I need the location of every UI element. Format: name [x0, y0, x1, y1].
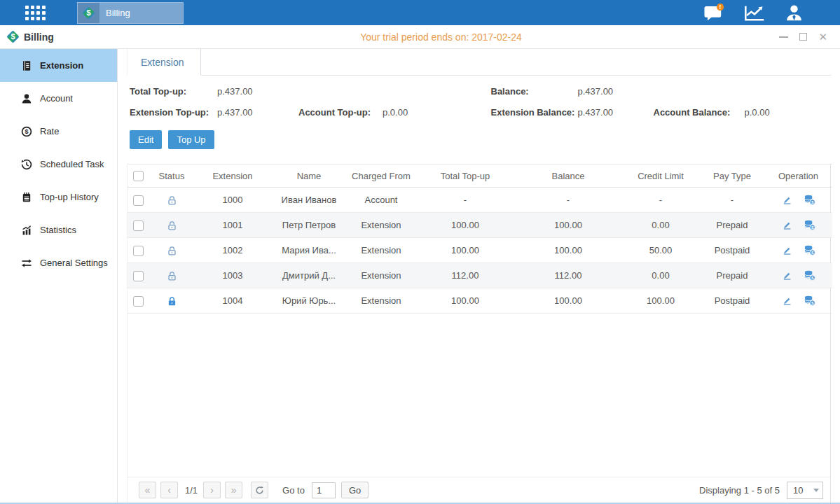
edit-row-icon[interactable] [782, 195, 792, 205]
cell-balance: 100.00 [515, 238, 621, 263]
notifications-icon[interactable]: ! [703, 4, 724, 22]
extension-grid: Status Extension Name Charged From Total… [127, 164, 831, 503]
close-button[interactable]: ✕ [818, 33, 827, 41]
cell-charged-from: Extension [347, 238, 415, 263]
last-page-button[interactable]: » [225, 482, 242, 498]
edit-row-icon[interactable] [782, 295, 792, 306]
displaying-info: Displaying 1 - 5 of 5 [699, 485, 780, 496]
window-header: $ Billing Your trial period ends on: 201… [0, 25, 840, 49]
minimize-button[interactable] [779, 36, 788, 38]
cell-name: Юрий Юрь... [271, 288, 347, 314]
cell-name: Дмитрий Д... [271, 263, 347, 288]
statistics-chart-icon[interactable] [744, 4, 765, 22]
toolbar: Edit Top Up [127, 130, 831, 149]
cell-balance: 112.00 [515, 263, 621, 288]
extension-balance-label: Extension Balance: [488, 107, 578, 118]
window-controls: ✕ [764, 33, 827, 41]
topup-row-icon[interactable]: $ [804, 245, 815, 255]
sidebar-item-statistics[interactable]: Statistics [0, 214, 117, 246]
svg-text:$: $ [811, 300, 813, 305]
topbar-right-icons: ! [703, 4, 804, 22]
table-row[interactable]: 1004 Юрий Юрь... Extension 100.00 100.00… [128, 288, 832, 314]
row-checkbox[interactable] [133, 220, 144, 231]
topup-row-icon[interactable]: $ [804, 220, 815, 230]
go-button[interactable]: Go [341, 482, 369, 498]
prev-page-button[interactable]: ‹ [160, 482, 178, 498]
table-row[interactable]: 1001 Петр Петров Extension 100.00 100.00… [128, 213, 832, 238]
total-topup-value: p.437.00 [217, 86, 253, 97]
statistics-icon [21, 225, 32, 236]
select-all-checkbox[interactable] [133, 171, 144, 181]
status-lock-icon [167, 194, 177, 204]
general-settings-icon [21, 258, 32, 269]
topbar-tab-label: Billing [106, 8, 130, 18]
sidebar-item-extension[interactable]: Extension [0, 49, 117, 82]
row-checkbox[interactable] [133, 296, 144, 307]
tab-strip: Extension [127, 49, 831, 76]
status-lock-icon [167, 244, 177, 255]
window-title: $ Billing [7, 31, 118, 43]
edit-button[interactable]: Edit [130, 130, 162, 149]
row-checkbox[interactable] [133, 195, 144, 206]
topup-button[interactable]: Top Up [168, 130, 214, 149]
maximize-button[interactable] [799, 33, 807, 41]
next-page-button[interactable]: › [203, 482, 221, 498]
billing-logo-icon: $ [7, 31, 19, 43]
tab-extension[interactable]: Extension [127, 49, 201, 76]
sidebar-item-topup-history[interactable]: Top-up History [0, 181, 117, 214]
rate-icon: $ [21, 126, 32, 137]
table-row[interactable]: 1002 Мария Ива... Extension 100.00 100.0… [128, 238, 832, 263]
cell-credit-limit: - [621, 188, 700, 213]
edit-row-icon[interactable] [782, 220, 792, 230]
svg-text:$: $ [25, 128, 28, 135]
apps-grid-icon[interactable] [25, 6, 46, 20]
topbar-tab-billing[interactable]: $ Billing [77, 2, 184, 24]
sidebar-item-rate[interactable]: $ Rate [0, 115, 117, 148]
topup-row-icon[interactable]: $ [804, 295, 815, 306]
cell-extension: 1003 [194, 263, 271, 288]
row-checkbox[interactable] [133, 271, 144, 281]
cell-total-topup: - [415, 188, 515, 213]
topup-history-icon [21, 192, 32, 203]
page-size-select[interactable]: 10 [787, 482, 823, 499]
cell-extension: 1004 [194, 288, 271, 314]
sidebar-item-label: Statistics [40, 225, 76, 235]
scheduled-task-icon [21, 159, 32, 170]
user-account-icon[interactable] [785, 4, 804, 22]
edit-row-icon[interactable] [782, 270, 792, 281]
sidebar-item-general-settings[interactable]: General Settings [0, 246, 117, 279]
account-icon [21, 93, 32, 104]
sidebar-item-scheduled-task[interactable]: Scheduled Task [0, 148, 117, 181]
cell-charged-from: Account [347, 188, 415, 213]
edit-row-icon[interactable] [782, 245, 792, 255]
cell-balance: 100.00 [515, 213, 621, 238]
extension-icon [21, 60, 32, 71]
refresh-icon [255, 486, 264, 495]
topup-row-icon[interactable]: $ [804, 270, 815, 281]
goto-page-input[interactable] [312, 482, 336, 498]
topup-row-icon[interactable]: $ [804, 195, 815, 205]
col-operation: Operation [764, 164, 832, 188]
summary-panel: Total Top-up: p.437.00 Extension Top-up:… [127, 86, 831, 118]
balance-label: Balance: [488, 86, 578, 97]
col-credit-limit: Credit Limit [621, 164, 700, 188]
cell-charged-from: Extension [347, 213, 415, 238]
billing-app-icon: $ [78, 3, 99, 23]
account-topup-value: p.0.00 [383, 107, 408, 118]
sidebar-item-account[interactable]: Account [0, 82, 117, 115]
page-size-value: 10 [787, 485, 810, 496]
trial-notice: Your trial period ends on: 2017-02-24 [118, 31, 764, 43]
table-row[interactable]: 1003 Дмитрий Д... Extension 112.00 112.0… [128, 263, 832, 288]
extension-balance-value: p.437.00 [578, 107, 654, 118]
cell-credit-limit: 50.00 [621, 238, 700, 263]
first-page-button[interactable]: « [139, 482, 156, 498]
table-header-row: Status Extension Name Charged From Total… [128, 164, 832, 188]
table-row[interactable]: 1000 Иван Иванов Account - - - - [128, 188, 832, 213]
cell-extension: 1000 [194, 188, 271, 213]
status-lock-icon [167, 270, 177, 280]
col-name: Name [271, 164, 347, 188]
row-checkbox[interactable] [133, 246, 144, 256]
col-charged-from: Charged From [347, 164, 415, 188]
refresh-button[interactable] [251, 482, 268, 498]
cell-balance: 100.00 [515, 288, 621, 314]
